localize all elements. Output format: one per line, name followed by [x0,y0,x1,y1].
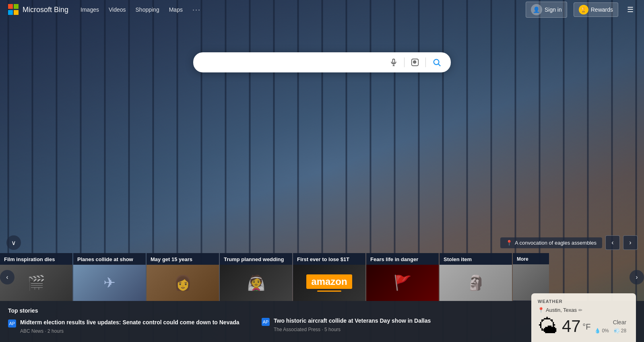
news-card-6[interactable]: Stolen item 🗿 [440,253,512,301]
top-stories-left: Top stories AP Midterm election results … [8,307,250,334]
news-card-img-3: 👰 [220,265,292,301]
news-card-3[interactable]: Trump planned wedding 👰 [220,253,292,301]
svg-line-8 [438,64,440,66]
logo-sq-yellow [14,10,19,15]
top-stories-header: Top stories [8,307,250,314]
location-text: A convocation of eagles assembles [515,240,597,246]
wind-icon: 💨 [614,328,620,334]
logo-sq-green [14,4,19,9]
news-carousel-wrapper: ∨ 📍 A convocation of eagles assembles ‹ … [0,232,644,301]
news-card-title-2: May get 15 years [147,253,219,265]
weather-widget: WEATHER 📍 Austin, Texas ✏ 🌤 47 °F Clear … [531,293,636,342]
story-icon-0: AP [8,319,16,328]
rewards-label: Rewards [591,6,613,13]
news-card-img-6: 🗿 [440,265,512,301]
weather-unit: °F [582,322,590,331]
weather-condition-icon: 🌤 [538,316,558,336]
rain-value: 0% [602,328,609,334]
news-card-img-1: ✈ [73,265,146,301]
carousel-arrow-left[interactable]: ‹ [0,270,14,284]
news-card-1[interactable]: Planes collide at show ✈ [73,253,146,301]
location-pin-weather: 📍 [538,307,544,313]
voice-search-button[interactable] [388,57,399,68]
nav-videos[interactable]: Videos [109,6,126,13]
weather-rain: 💧 0% [594,328,609,334]
weather-edit-button[interactable]: ✏ [578,307,582,313]
news-card-title-5: Fears life in danger [366,253,439,265]
search-submit-button[interactable] [431,56,443,68]
brand-link[interactable]: Microsoft Bing [8,4,68,15]
rewards-icon: 🏆 [579,5,588,14]
logo-sq-blue [8,10,13,15]
hamburger-menu[interactable]: ☰ [625,3,636,16]
visual-search-button[interactable] [409,57,421,68]
chevron-down-button[interactable]: ∨ [6,235,21,250]
brand-name: Microsoft Bing [23,6,68,14]
news-card-title-1: Planes collide at show [73,253,146,265]
news-card-img-5: 🚩 [366,265,439,301]
signin-button[interactable]: 👤 Sign in [526,2,567,18]
weather-main: 🌤 47 °F Clear 💧 0% 💨 28 [538,316,630,336]
news-card-title-6: Stolen item [440,253,512,265]
navbar-right: 👤 Sign in 🏆 Rewards ☰ [526,2,636,18]
news-card-4[interactable]: First ever to lose $1T amazon [293,253,365,301]
news-card-5[interactable]: Fears life in danger 🚩 [366,253,439,301]
rewards-button[interactable]: 🏆 Rewards [574,2,618,17]
news-card-title-3: Trump planned wedding [220,253,292,265]
search-divider-2 [425,58,426,67]
news-card-2[interactable]: May get 15 years 👩 [147,253,219,301]
brand-logo [8,4,19,15]
user-avatar: 👤 [531,4,542,15]
nav-maps[interactable]: Maps [169,6,183,13]
weather-temp-group: 47 °F [562,317,590,336]
weather-details: 💧 0% 💨 28 [594,328,626,334]
carousel-arrow-right[interactable]: › [630,270,644,284]
signin-label: Sign in [545,6,562,13]
story-source-0: ABC News · 2 hours [20,328,250,334]
navbar-left: Microsoft Bing Images Videos Shopping Ma… [8,4,201,15]
search-box [193,52,451,72]
nav-links: Images Videos Shopping Maps ··· [80,6,201,14]
news-card-img-2: 👩 [147,265,219,301]
weather-wind: 💨 28 [614,328,626,334]
weather-description: Clear 💧 0% 💨 28 [594,319,626,334]
news-card-title-4: First ever to lose $1T [293,253,365,265]
svg-point-7 [434,60,439,65]
search-area [193,52,451,72]
search-input[interactable] [201,59,385,66]
location-pin-icon: 📍 [506,240,512,246]
weather-location: 📍 Austin, Texas ✏ [538,307,630,313]
weather-location-text: Austin, Texas [546,307,577,313]
news-card-title-0: Film inspiration dies [0,253,72,265]
rain-icon: 💧 [594,328,601,334]
search-divider [404,58,405,67]
location-badge: 📍 A convocation of eagles assembles [500,237,602,248]
story-title-0: Midterm election results live updates: S… [20,319,250,327]
logo-sq-red [8,4,13,9]
story-text-0: Midterm election results live updates: S… [20,319,250,334]
story-icon-1: AP [262,318,270,326]
weather-temperature: 47 [562,317,581,336]
carousel-next-button[interactable]: › [623,235,638,250]
wind-value: 28 [621,328,626,334]
nav-more[interactable]: ··· [192,6,201,14]
news-card-title-partial: More [513,253,549,264]
carousel-prev-button[interactable]: ‹ [605,235,620,250]
navbar: Microsoft Bing Images Videos Shopping Ma… [0,0,644,19]
carousel-top-bar: ∨ 📍 A convocation of eagles assembles ‹ … [0,232,644,253]
nav-images[interactable]: Images [80,6,99,13]
story-item-0[interactable]: AP Midterm election results live updates… [8,319,250,334]
nav-shopping[interactable]: Shopping [136,6,159,13]
news-card-img-4: amazon [293,265,365,301]
svg-rect-0 [393,59,395,63]
weather-header: WEATHER [538,299,630,304]
